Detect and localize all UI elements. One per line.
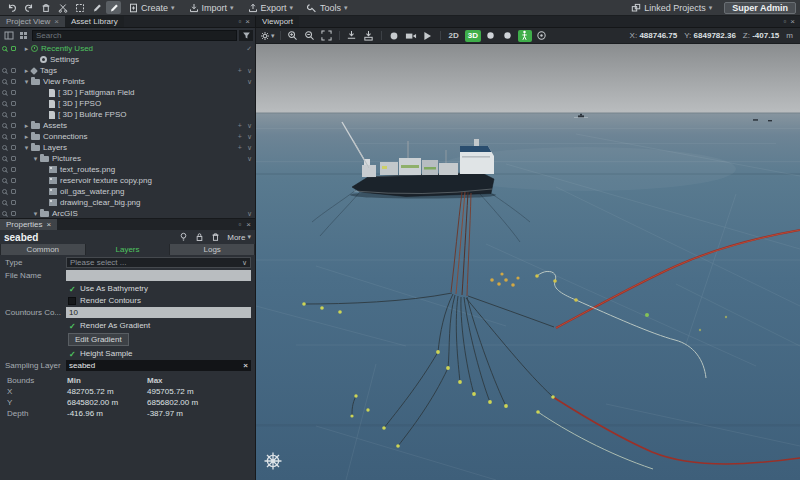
draw-icon[interactable]	[89, 1, 104, 14]
mode-3d-button[interactable]: 3D	[465, 30, 481, 42]
fullscreen-icon[interactable]	[320, 30, 334, 42]
focus-icon[interactable]	[11, 156, 16, 161]
file-name-input[interactable]	[66, 270, 251, 281]
focus-icon[interactable]	[11, 112, 16, 117]
close-panel-icon[interactable]: ×	[245, 17, 250, 26]
record-icon[interactable]	[387, 30, 401, 42]
tree-item-text-routes-png[interactable]: text_routes.png	[0, 164, 255, 175]
caret-icon[interactable]: ∨	[247, 78, 252, 86]
tree-item-drawing-clear-big-png[interactable]: drawing_clear_big.png	[0, 197, 255, 208]
plus-icon[interactable]: +	[238, 67, 242, 74]
zoom-to-icon[interactable]	[2, 211, 7, 216]
caret-icon[interactable]: ∨	[247, 122, 252, 130]
filter-icon[interactable]	[239, 30, 253, 41]
tab-layers[interactable]: Layers	[86, 244, 170, 255]
checkbox-render-contours[interactable]: Render Contours	[68, 296, 255, 305]
panel-toggle-icon[interactable]	[2, 30, 15, 41]
zoom-to-icon[interactable]	[2, 167, 7, 172]
zoom-to-icon[interactable]	[2, 101, 7, 106]
zoom-out-icon[interactable]	[303, 30, 317, 42]
zoom-to-icon[interactable]	[2, 200, 7, 205]
collapse-arrow-icon[interactable]: ▾	[22, 78, 31, 86]
edit-gradient-button[interactable]: Edit Gradient	[68, 333, 129, 346]
zoom-to-icon[interactable]	[2, 79, 7, 84]
caret-icon[interactable]: ∨	[247, 133, 252, 141]
grid-icon[interactable]	[17, 30, 30, 41]
zoom-to-icon[interactable]	[2, 90, 7, 95]
tree-item-3d-buldre-fpso[interactable]: [ 3D ] Buldre FPSO	[0, 109, 255, 120]
toggle-circle-icon[interactable]	[484, 30, 498, 42]
toggle-circle-icon[interactable]	[501, 30, 515, 42]
redo-icon[interactable]	[21, 1, 36, 14]
create-menu-button[interactable]: Create▾	[123, 1, 181, 14]
tools-menu-button[interactable]: Tools▾	[301, 1, 354, 14]
tab-logs[interactable]: Logs	[170, 244, 254, 255]
helm-icon[interactable]	[263, 451, 283, 471]
close-icon[interactable]: ×	[54, 17, 59, 26]
tree-item-settings[interactable]: Settings	[0, 54, 255, 65]
save-view-icon[interactable]	[345, 30, 359, 42]
target-icon[interactable]	[535, 30, 549, 42]
sampling-layer-input[interactable]: ×	[66, 360, 251, 371]
tree-item-connections[interactable]: ▸Connections+∨	[0, 131, 255, 142]
contours-count-input[interactable]	[66, 307, 251, 318]
user-button[interactable]: Super Admin	[724, 2, 796, 14]
import-menu-button[interactable]: Import▾	[183, 1, 240, 14]
tree-item-oil-gas-water-png[interactable]: oil_gas_water.png	[0, 186, 255, 197]
tab-viewport[interactable]: Viewport	[256, 16, 299, 27]
close-panel-icon[interactable]: ×	[246, 220, 251, 229]
plus-icon[interactable]: +	[238, 144, 242, 151]
zoom-to-icon[interactable]	[2, 46, 7, 51]
tree-item-arcgis[interactable]: ▾ArcGIS∨	[0, 208, 255, 218]
undo-icon[interactable]	[4, 1, 19, 14]
expand-arrow-icon[interactable]: ▸	[22, 45, 31, 53]
zoom-in-icon[interactable]	[286, 30, 300, 42]
zoom-to-icon[interactable]	[2, 178, 7, 183]
focus-icon[interactable]	[11, 101, 16, 106]
caret-icon[interactable]: ∨	[247, 144, 252, 152]
focus-icon[interactable]	[11, 178, 16, 183]
caret-icon[interactable]: ∨	[247, 210, 252, 218]
trash-icon[interactable]	[38, 1, 53, 14]
zoom-to-icon[interactable]	[2, 189, 7, 194]
tree-item-3d-fpso[interactable]: [ 3D ] FPSO	[0, 98, 255, 109]
zoom-to-icon[interactable]	[2, 123, 7, 128]
focus-icon[interactable]	[11, 68, 16, 73]
expand-arrow-icon[interactable]: ▸	[22, 122, 31, 130]
draw-active-icon[interactable]	[106, 1, 121, 14]
focus-icon[interactable]	[11, 145, 16, 150]
clear-icon[interactable]: ×	[243, 361, 248, 370]
video-camera-icon[interactable]	[404, 30, 418, 42]
focus-icon[interactable]	[11, 189, 16, 194]
zoom-to-icon[interactable]	[2, 134, 7, 139]
checkbox-icon[interactable]: ✓	[68, 285, 76, 293]
play-icon[interactable]	[421, 30, 435, 42]
focus-icon[interactable]	[11, 134, 16, 139]
caret-icon[interactable]: ∨	[247, 67, 252, 75]
bulb-icon[interactable]	[179, 232, 188, 242]
linked-projects-button[interactable]: Linked Projects▾	[625, 1, 718, 14]
focus-icon[interactable]	[11, 123, 16, 128]
zoom-to-icon[interactable]	[2, 112, 7, 117]
checkbox-icon[interactable]	[68, 297, 76, 305]
close-panel-icon[interactable]: ×	[790, 17, 795, 26]
zoom-to-icon[interactable]	[2, 68, 7, 73]
tree-item-assets[interactable]: ▸Assets+∨	[0, 120, 255, 131]
zoom-to-icon[interactable]	[2, 145, 7, 150]
checkbox-render-as-gradient[interactable]: ✓Render As Gradient	[68, 321, 255, 330]
tree-item-reservoir-texture-copy-png[interactable]: reservoir texture copy.png	[0, 175, 255, 186]
plus-icon[interactable]: +	[238, 133, 242, 140]
focus-icon[interactable]	[11, 90, 16, 95]
focus-icon[interactable]	[11, 46, 16, 51]
maximize-panel-icon[interactable]: ▫	[238, 220, 241, 229]
3d-scene[interactable]	[256, 44, 800, 480]
gear-icon[interactable]: ▾	[260, 30, 275, 42]
load-view-icon[interactable]	[362, 30, 376, 42]
tab-common[interactable]: Common	[1, 244, 85, 255]
walk-mode-icon[interactable]	[518, 30, 532, 42]
export-menu-button[interactable]: Export▾	[242, 1, 300, 14]
trash-icon[interactable]	[211, 232, 220, 242]
focus-icon[interactable]	[11, 79, 16, 84]
focus-icon[interactable]	[11, 167, 16, 172]
more-button[interactable]: More▾	[227, 233, 251, 242]
